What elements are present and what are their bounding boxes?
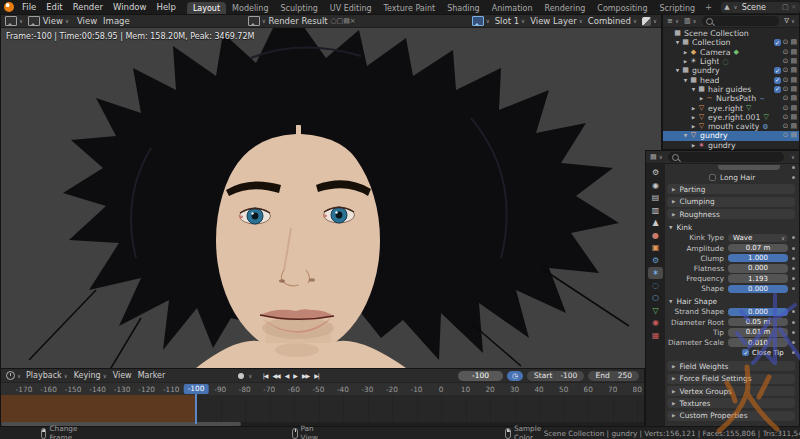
- disable-in-render-icon[interactable]: ▤: [790, 94, 797, 103]
- panel-header[interactable]: ▶Clumping: [667, 197, 795, 207]
- hide-in-viewport-icon[interactable]: ⊙: [783, 48, 789, 57]
- properties-tab[interactable]: ▤: [648, 192, 663, 204]
- unlink-image-button[interactable]: ×: [350, 17, 356, 25]
- disclosure-arrow-icon[interactable]: ▶: [682, 50, 689, 55]
- hide-in-viewport-icon[interactable]: ⊙: [783, 66, 789, 75]
- outliner-search[interactable]: [702, 16, 780, 26]
- selectable-checkbox[interactable]: [774, 86, 781, 93]
- workspace-tab[interactable]: Animation: [486, 2, 539, 14]
- hide-in-viewport-icon[interactable]: ⊙: [783, 131, 789, 140]
- menu-item[interactable]: View∨: [110, 371, 135, 380]
- outliner-row[interactable]: ▦ Scene Collection ⊙ ▤: [663, 29, 799, 38]
- outliner-row[interactable]: ▼ ▦ Collection ⊙ ▤: [663, 38, 799, 47]
- disclosure-arrow-icon[interactable]: ▼: [682, 78, 689, 83]
- outliner-row[interactable]: ▼ ▽ gundry ⊙ ▤: [663, 131, 799, 140]
- property-field[interactable]: 1.000 ∨: [728, 254, 788, 263]
- outliner-row[interactable]: ▶ ▽ eye.right.001 ▽ ⊙ ▤: [663, 113, 799, 122]
- workspace-tab[interactable]: Modeling: [226, 2, 274, 14]
- filter-button[interactable]: ∇∨: [784, 17, 795, 25]
- search-input[interactable]: [682, 152, 780, 163]
- disable-in-render-icon[interactable]: ▤: [790, 85, 797, 94]
- unlink-scene-button[interactable]: ×: [791, 3, 797, 11]
- property-field[interactable]: 0.07 m ∨: [728, 244, 788, 253]
- playhead[interactable]: [195, 394, 197, 424]
- open-image-button[interactable]: ▤: [343, 17, 350, 25]
- animate-dot[interactable]: [792, 321, 795, 324]
- disclosure-arrow-icon[interactable]: ▶: [690, 124, 697, 129]
- hide-in-viewport-icon[interactable]: ⊙: [783, 113, 789, 122]
- property-field[interactable]: Wave ∨: [728, 234, 788, 243]
- disclosure-arrow-icon[interactable]: ▼: [690, 87, 697, 92]
- outliner-row[interactable]: ▶ ☀ Light ◌ ⊙ ▤: [663, 57, 799, 66]
- scene-selector[interactable]: ▲∨ Scene ▢ ×: [721, 2, 799, 13]
- disable-in-render-icon[interactable]: ▤: [790, 122, 797, 131]
- transport-button[interactable]: |◀: [260, 372, 270, 379]
- disclosure-arrow-icon[interactable]: ▶: [698, 96, 705, 101]
- transport-button[interactable]: ▶|: [312, 372, 322, 379]
- disable-in-render-icon[interactable]: ▤: [790, 76, 797, 85]
- auto-keyframe-stopwatch-icon[interactable]: ◷: [507, 371, 523, 381]
- layer-selector[interactable]: View Layer∨: [530, 16, 583, 26]
- hide-in-viewport-icon[interactable]: ⊙: [783, 76, 789, 85]
- workspace-tab[interactable]: Sculpting: [274, 2, 323, 14]
- workspace-tab[interactable]: Layout: [187, 2, 226, 14]
- chevron-down-icon[interactable]: ∨: [791, 154, 795, 160]
- workspace-tab[interactable]: Scripting: [654, 2, 702, 14]
- animate-dot[interactable]: [792, 257, 795, 260]
- hide-in-viewport-icon[interactable]: ⊙: [783, 104, 789, 113]
- timeline-ruler[interactable]: -170-160-150-140-130-120-110-100-90-80-7…: [1, 382, 644, 395]
- panel-header[interactable]: ▶Custom Properties: [667, 411, 795, 421]
- start-frame-field[interactable]: Start-100: [527, 371, 584, 381]
- properties-search[interactable]: [668, 152, 784, 162]
- workspace-tab[interactable]: Rendering: [538, 2, 591, 14]
- properties-tab[interactable]: ⚙: [648, 167, 663, 179]
- auto-keying-record-icon[interactable]: [238, 373, 244, 379]
- panel-header[interactable]: ▶Vertex Groups: [667, 386, 795, 396]
- animate-dot[interactable]: [792, 351, 795, 354]
- hide-in-viewport-icon[interactable]: ⊙: [783, 85, 789, 94]
- animate-dot[interactable]: [792, 176, 795, 179]
- editor-type-button[interactable]: ∨: [5, 16, 23, 26]
- current-frame-field[interactable]: -100: [458, 371, 503, 381]
- menu-item[interactable]: Image: [100, 16, 133, 26]
- display-mode-button[interactable]: ≡∨: [667, 17, 679, 25]
- hide-in-viewport-icon[interactable]: ⊙: [783, 122, 789, 131]
- properties-tab[interactable]: ▦: [648, 330, 663, 342]
- new-scene-button[interactable]: ▢: [782, 3, 789, 11]
- workspace-tab[interactable]: Compositing: [591, 2, 653, 14]
- animate-dot[interactable]: [792, 287, 795, 290]
- hide-in-viewport-icon[interactable]: ⊙: [783, 38, 789, 47]
- outliner-row[interactable]: ▶ ▽ eye.right ▽ ⊙ ▤: [663, 103, 799, 112]
- outliner-row[interactable]: ▶ ◆ Camera ◆ ⊙ ▤: [663, 48, 799, 57]
- pass-selector[interactable]: Combined∨: [588, 16, 637, 26]
- property-field[interactable]: 1.193 ∨: [728, 274, 788, 283]
- menu-item[interactable]: File: [17, 2, 41, 12]
- property-field[interactable]: 0.01 m ∨: [728, 328, 788, 337]
- transport-button[interactable]: ▶▶: [299, 372, 311, 379]
- filter-type-button[interactable]: ▥∨: [684, 17, 697, 25]
- disable-in-render-icon[interactable]: ▤: [790, 66, 797, 75]
- workspace-tab[interactable]: Texture Paint: [378, 2, 442, 14]
- properties-tab[interactable]: ◌: [648, 280, 663, 292]
- disable-in-render-icon[interactable]: ▤: [790, 57, 797, 66]
- panel-header[interactable]: ▶Field Weights: [667, 361, 795, 371]
- properties-tab[interactable]: ⚙: [648, 255, 663, 267]
- properties-tab[interactable]: ○: [648, 292, 663, 304]
- property-field[interactable]: 0.000 ∨: [728, 285, 788, 294]
- timeline-scrollbar[interactable]: [1, 422, 644, 426]
- properties-tab[interactable]: ∗: [648, 267, 663, 279]
- outliner-row[interactable]: ▼ ▦ gundry ⊙ ▤: [663, 66, 799, 75]
- panel-header[interactable]: ▶Parting: [667, 184, 795, 194]
- menu-item[interactable]: View: [74, 16, 100, 26]
- property-field[interactable]: 0.000 ∨: [728, 264, 788, 273]
- properties-tab[interactable]: ◉: [648, 180, 663, 192]
- disable-in-render-icon[interactable]: ▤: [790, 38, 797, 47]
- hide-in-viewport-icon[interactable]: ⊙: [783, 57, 789, 66]
- transport-button[interactable]: ◀: [282, 372, 291, 379]
- animate-dot[interactable]: [792, 331, 795, 334]
- hide-in-viewport-icon[interactable]: ⊙: [783, 94, 789, 103]
- properties-tab[interactable]: ▽: [648, 305, 663, 317]
- properties-tab[interactable]: ◉: [648, 317, 663, 329]
- disclosure-arrow-icon[interactable]: ▶: [682, 59, 689, 64]
- current-frame-badge[interactable]: -100: [184, 384, 209, 394]
